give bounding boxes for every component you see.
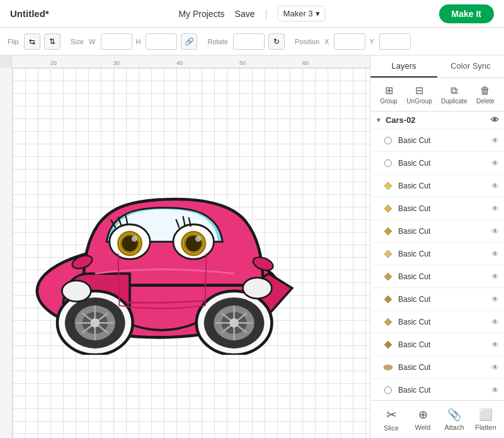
layer-item[interactable]: Basic Cut 👁 — [370, 265, 504, 288]
svg-point-43 — [384, 365, 392, 370]
oval-icon — [383, 364, 393, 371]
delete-button[interactable]: 🗑 Delete — [472, 83, 498, 107]
h-label: H — [136, 38, 141, 45]
diamond-icon — [384, 318, 392, 326]
layer-item[interactable]: Basic Cut 👁 — [370, 243, 504, 265]
layer-item[interactable]: Basic Cut 👁 — [370, 333, 504, 356]
svg-marker-39 — [384, 273, 392, 280]
height-input[interactable] — [146, 33, 177, 50]
layer-color-icon — [383, 135, 393, 146]
maker-select[interactable]: Maker 3 ▾ — [278, 6, 326, 21]
layer-color-icon — [383, 362, 393, 372]
y-input[interactable] — [379, 33, 411, 50]
layer-eye-icon[interactable]: 👁 — [491, 272, 499, 281]
layer-item[interactable]: Basic Cut 👁 — [370, 379, 504, 400]
toolbar: Flip ⇆ ⇅ Size W H 🔗 Rotate ↻ Position X … — [0, 28, 504, 55]
layer-name: Basic Cut — [398, 318, 491, 326]
contour-tool[interactable]: ◎ Contour — [501, 405, 504, 434]
layer-group-header[interactable]: ▼ Cars-02 👁 — [370, 112, 504, 129]
ungroup-button[interactable]: ⊟ UnGroup — [403, 82, 436, 107]
layer-eye-icon[interactable]: 👁 — [491, 386, 499, 395]
rotate-input[interactable] — [233, 33, 265, 50]
flip-h-button[interactable]: ⇆ — [24, 33, 40, 50]
svg-marker-36 — [384, 205, 392, 212]
tab-color-sync[interactable]: Color Sync — [437, 55, 504, 78]
layer-eye-icon[interactable]: 👁 — [491, 295, 499, 304]
layer-name: Basic Cut — [398, 363, 491, 372]
flatten-tool[interactable]: ⬜ Flatten — [470, 405, 501, 434]
layer-eye-icon[interactable]: 👁 — [491, 227, 499, 236]
attach-icon: 📎 — [447, 408, 461, 422]
layer-item[interactable]: Basic Cut 👁 — [370, 311, 504, 333]
group-button[interactable]: ⊞ Group — [376, 82, 401, 107]
make-it-button[interactable]: Make It — [439, 4, 494, 23]
ruler-tick-40: 40 — [176, 60, 183, 66]
delete-icon: 🗑 — [480, 85, 490, 96]
nav-left: Untitled* — [10, 8, 49, 19]
layer-eye-icon[interactable]: 👁 — [491, 340, 499, 349]
layer-eye-icon[interactable]: 👁 — [491, 182, 499, 190]
chevron-icon: ▼ — [375, 117, 382, 124]
rotate-icon-button[interactable]: ↻ — [268, 33, 285, 50]
tab-layers[interactable]: Layers — [370, 55, 437, 78]
svg-marker-35 — [384, 182, 392, 190]
layer-item[interactable]: Basic Cut 👁 — [370, 356, 504, 379]
layer-eye-icon[interactable]: 👁 — [491, 136, 499, 145]
layer-eye-icon[interactable]: 👁 — [491, 204, 499, 213]
group-eye-icon[interactable]: 👁 — [491, 115, 499, 125]
diamond-icon — [384, 204, 392, 213]
layer-name: Basic Cut — [398, 182, 491, 190]
svg-point-30 — [229, 318, 239, 328]
lock-ratio-button[interactable]: 🔗 — [181, 33, 197, 50]
weld-tool[interactable]: ⊕ Weld — [407, 405, 438, 434]
layer-item[interactable]: Basic Cut 👁 — [370, 288, 504, 311]
layer-item[interactable]: Basic Cut 👁 — [370, 220, 504, 243]
layer-eye-icon[interactable]: 👁 — [491, 159, 499, 168]
panel-tabs: Layers Color Sync — [370, 55, 504, 78]
layer-item[interactable]: Basic Cut 👁 — [370, 152, 504, 175]
diamond-icon — [384, 340, 392, 349]
w-label: W — [89, 38, 95, 45]
group-icon: ⊞ — [385, 84, 393, 96]
right-panel: Layers Color Sync ⊞ Group ⊟ UnGroup ⧉ Du… — [370, 55, 504, 438]
svg-point-21 — [91, 318, 100, 328]
ruler-tick-50: 50 — [239, 60, 246, 66]
svg-point-31 — [62, 280, 91, 301]
layer-item[interactable]: Basic Cut 👁 — [370, 175, 504, 197]
width-input[interactable] — [101, 33, 132, 50]
layer-eye-icon[interactable]: 👁 — [491, 318, 499, 326]
layer-color-icon — [383, 340, 393, 350]
rotate-label: Rotate — [207, 38, 227, 45]
diamond-icon — [384, 295, 392, 304]
attach-tool[interactable]: 📎 Attach — [438, 405, 470, 434]
y-label: Y — [369, 38, 374, 45]
flatten-icon: ⬜ — [479, 408, 493, 422]
layer-name: Basic Cut — [398, 136, 491, 145]
canvas-area[interactable]: 20 30 40 50 60 — [0, 55, 370, 438]
duplicate-button[interactable]: ⧉ Duplicate — [437, 83, 471, 107]
layer-color-icon — [383, 181, 393, 191]
slice-tool[interactable]: ✂ Slice — [375, 405, 407, 434]
layer-color-icon — [383, 226, 393, 236]
layer-eye-icon[interactable]: 👁 — [491, 363, 499, 372]
layer-name: Basic Cut — [398, 295, 491, 304]
layer-eye-icon[interactable]: 👁 — [491, 250, 499, 258]
layer-name: Basic Cut — [398, 340, 491, 349]
position-group: Position X Y — [295, 33, 411, 50]
layer-item[interactable]: Basic Cut 👁 — [370, 197, 504, 220]
car-illustration — [14, 152, 304, 355]
size-label: Size — [71, 38, 84, 45]
save-button[interactable]: Save — [235, 9, 255, 19]
svg-point-12 — [195, 236, 201, 241]
my-projects-link[interactable]: My Projects — [178, 9, 224, 19]
app-title: Untitled* — [10, 8, 49, 19]
navbar: Untitled* My Projects Save | Maker 3 ▾ M… — [0, 0, 504, 28]
layer-color-icon — [383, 249, 393, 259]
x-input[interactable] — [334, 33, 365, 50]
layer-color-icon — [383, 272, 393, 282]
svg-marker-40 — [384, 296, 392, 303]
layer-name: Basic Cut — [398, 272, 491, 281]
layer-color-icon — [383, 204, 393, 214]
flip-v-button[interactable]: ⇅ — [44, 33, 60, 50]
layer-item[interactable]: Basic Cut 👁 — [370, 129, 504, 152]
